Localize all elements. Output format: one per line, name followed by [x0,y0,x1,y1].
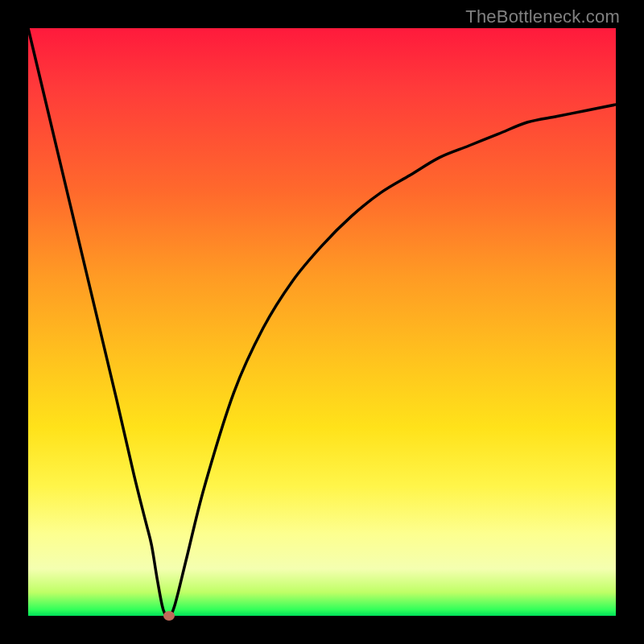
watermark-text: TheBottleneck.com [465,6,620,27]
plot-area [28,28,616,616]
bottleneck-curve [28,28,616,616]
chart-frame: TheBottleneck.com [0,0,644,644]
minimum-marker [163,611,175,621]
